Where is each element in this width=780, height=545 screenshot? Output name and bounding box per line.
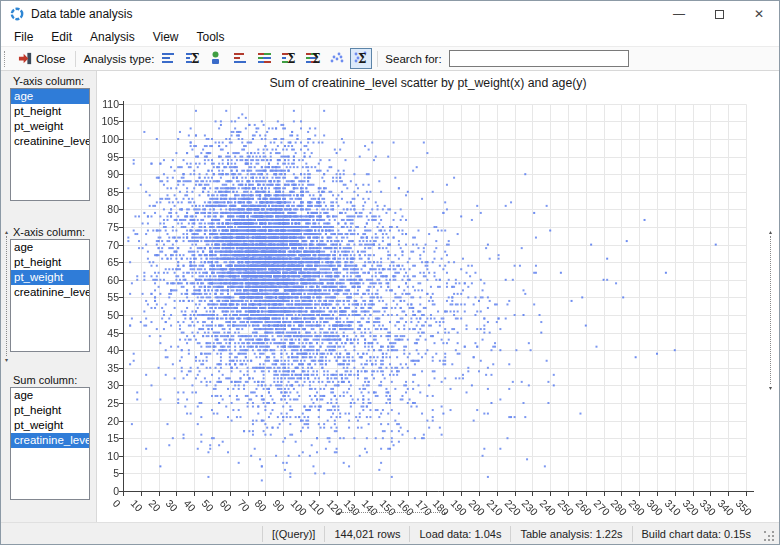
y-tick-label: 105	[97, 116, 119, 127]
listbox-y-axis-column[interactable]: agept_heightpt_weightcreatinine_level	[10, 88, 90, 201]
x-tick-label: 70	[235, 497, 252, 514]
y-tick-label: 15	[97, 433, 119, 444]
x-tick-label: 100	[289, 497, 310, 518]
window-title: Data table analysis	[31, 7, 132, 21]
menu-item-edit[interactable]: Edit	[42, 27, 81, 46]
list-item-creatinine_level[interactable]: creatinine_level	[11, 285, 89, 300]
x-tick-label: 90	[271, 497, 288, 514]
x-tick-label: 240	[538, 497, 559, 518]
maximize-icon	[715, 10, 724, 19]
analysis-hbars2-icon	[233, 50, 249, 66]
x-tick-label: 80	[253, 497, 270, 514]
x-tick-label: 260	[573, 497, 594, 518]
title-bar: Data table analysis — ✕	[1, 1, 779, 27]
slider-up-arrow-icon[interactable]: ▴	[769, 229, 772, 235]
x-tick-label: 270	[591, 497, 612, 518]
left-zoom-slider[interactable]: ▴ ▾	[2, 229, 11, 363]
label-sum-column: Sum column:	[1, 373, 96, 387]
x-tick-label: 220	[502, 497, 523, 518]
listbox-x-axis-column[interactable]: agept_heightpt_weightcreatinine_level	[10, 239, 90, 352]
maximize-button[interactable]	[699, 1, 739, 27]
analysis-hbars-sum-icon-button[interactable]: Σ	[182, 48, 204, 69]
svg-text:Σ: Σ	[312, 52, 320, 66]
list-item-pt_weight[interactable]: pt_weight	[11, 119, 89, 134]
y-tick-label: 80	[97, 204, 119, 215]
analysis-stacked-icon-button[interactable]	[254, 48, 276, 69]
x-tick-label: 50	[200, 497, 217, 514]
search-input[interactable]	[449, 50, 629, 67]
right-zoom-slider[interactable]: ▴ ▾	[766, 229, 775, 391]
slider-track[interactable]	[6, 236, 7, 356]
menu-item-tools[interactable]: Tools	[188, 27, 234, 46]
y-tick-label: 30	[97, 380, 119, 391]
status-bar: [(Query)]144,021 rowsLoad data: 1.04sTab…	[1, 522, 779, 544]
x-tick-label: 210	[484, 497, 505, 518]
analysis-scatter-icon-button[interactable]	[326, 48, 348, 69]
menu-bar: FileEditAnalysisViewTools	[1, 27, 779, 47]
menu-item-file[interactable]: File	[5, 27, 42, 46]
analysis-hbars-sum-icon: Σ	[185, 50, 201, 66]
toolbar-grip	[4, 51, 8, 67]
list-item-pt_height[interactable]: pt_height	[11, 104, 89, 119]
analysis-type-buttons: ΣΣΣΣ	[157, 48, 373, 70]
list-item-pt_weight[interactable]: pt_weight	[11, 270, 89, 285]
y-tick-label: 110	[97, 99, 119, 110]
status-items: [(Query)]144,021 rowsLoad data: 1.04sTab…	[262, 523, 760, 544]
slider-up-arrow-icon[interactable]: ▴	[5, 229, 8, 235]
slider-track[interactable]	[342, 512, 442, 513]
slider-track[interactable]	[770, 236, 771, 384]
bottom-zoom-slider[interactable]: ◂ ▸	[337, 508, 447, 517]
x-tick-label: 40	[182, 497, 199, 514]
analysis-hbars-icon-button[interactable]	[158, 48, 180, 69]
list-item-age[interactable]: age	[11, 240, 89, 255]
x-tick-label: 280	[609, 497, 630, 518]
menu-item-analysis[interactable]: Analysis	[81, 27, 144, 46]
x-tick-label: 0	[111, 497, 124, 510]
analysis-hbars-sum2-icon-button[interactable]: Σ	[278, 48, 300, 69]
y-tick-label: 100	[97, 134, 119, 145]
list-item-pt_weight[interactable]: pt_weight	[11, 418, 89, 433]
x-tick-label: 60	[217, 497, 234, 514]
label-x-axis-column: X-axis column:	[1, 225, 96, 239]
body-area: Y-axis column:agept_heightpt_weightcreat…	[1, 71, 779, 522]
x-tick-label: 230	[520, 497, 541, 518]
resize-grip[interactable]	[764, 531, 777, 544]
sidebar-group: X-axis column:agept_heightpt_weightcreat…	[1, 225, 96, 352]
analysis-hbars2-icon-button[interactable]	[230, 48, 252, 69]
analysis-groups-icon-button[interactable]	[206, 48, 228, 69]
analysis-stacked-sum-icon-button[interactable]: Σ	[302, 48, 324, 69]
y-tick-label: 95	[97, 152, 119, 163]
status-segment: [(Query)]	[262, 526, 324, 542]
x-tick-label: 300	[645, 497, 666, 518]
y-tick-label: 45	[97, 328, 119, 339]
slider-down-arrow-icon[interactable]: ▾	[5, 357, 8, 363]
analysis-scatter-sum-icon-button[interactable]: Σ	[350, 48, 372, 69]
y-tick-label: 75	[97, 222, 119, 233]
slider-down-arrow-icon[interactable]: ▾	[769, 385, 772, 391]
slider-left-arrow-icon[interactable]: ◂	[337, 510, 340, 516]
list-item-creatinine_level[interactable]: creatinine_level	[11, 433, 89, 448]
y-tick-label: 20	[97, 416, 119, 427]
y-tick-label: 0	[97, 486, 119, 497]
slider-right-arrow-icon[interactable]: ▸	[444, 510, 447, 516]
exit-icon	[18, 51, 33, 66]
listbox-sum-column[interactable]: agept_heightpt_weightcreatinine_level	[10, 387, 90, 500]
status-segment: Build chart data: 0.15s	[632, 526, 760, 542]
close-window-button[interactable]: ✕	[739, 1, 779, 27]
list-item-age[interactable]: age	[11, 89, 89, 104]
analysis-stacked-sum-icon: Σ	[305, 50, 321, 66]
y-tick-label: 50	[97, 310, 119, 321]
menu-item-view[interactable]: View	[144, 27, 188, 46]
minimize-button[interactable]: —	[659, 1, 699, 27]
sidebar: Y-axis column:agept_heightpt_weightcreat…	[1, 71, 97, 522]
list-item-age[interactable]: age	[11, 388, 89, 403]
close-analysis-button[interactable]: Close	[12, 49, 71, 68]
analysis-scatter-icon	[329, 50, 345, 66]
search-label: Search for:	[385, 53, 441, 65]
list-item-pt_height[interactable]: pt_height	[11, 403, 89, 418]
scatter-plot-canvas[interactable]	[118, 99, 758, 499]
label-y-axis-column: Y-axis column:	[1, 74, 96, 88]
y-tick-label: 90	[97, 169, 119, 180]
list-item-pt_height[interactable]: pt_height	[11, 255, 89, 270]
list-item-creatinine_level[interactable]: creatinine_level	[11, 134, 89, 149]
